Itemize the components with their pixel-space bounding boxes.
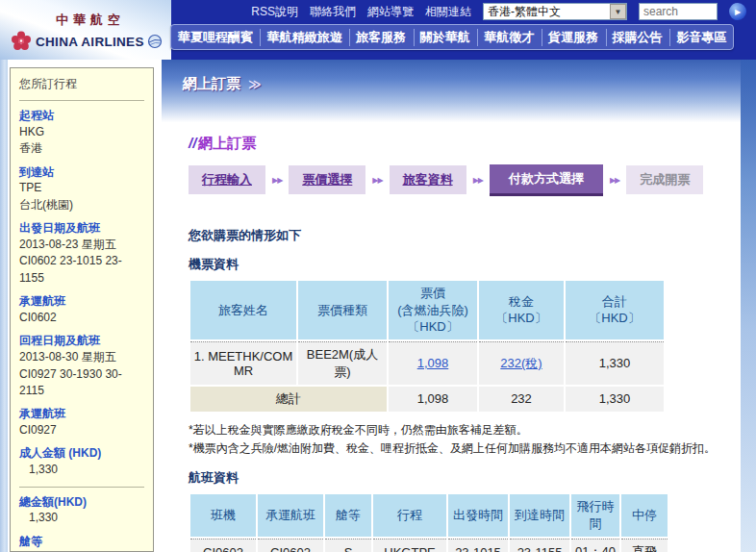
total-amount-label: 總金額(HKD) xyxy=(19,494,144,511)
outbound-label: 出發日期及航班 xyxy=(19,220,144,237)
site-header: RSS說明 聯絡我們 網站導覽 相關連結 香港-繁體中文 ▼ ▶ 中華航空 xyxy=(0,0,756,60)
step-fare-selection[interactable]: 票價選擇 xyxy=(289,165,365,194)
step-passenger-info[interactable]: 旅客資料 xyxy=(390,165,466,194)
intro-text: 您欲購票的情形如下 xyxy=(189,227,735,244)
page-title-text: 網上訂票 xyxy=(198,135,256,151)
col-fare: 票價 (含燃油兵險) 〔HKD〕 xyxy=(389,281,477,339)
main-content: 網上訂票 ≫ //網上訂票 行程輸入 ▶▶ 票價選擇 ▶▶ 旅客資料 ▶▶ 付款… xyxy=(162,60,741,552)
note-no-discount: *機票內含之兵險/燃油附加費、稅金、哩程折抵金、及網上任何加購服務均不適用本網站… xyxy=(189,439,735,458)
outbound-carrier-label: 承運航班 xyxy=(19,293,144,310)
title-slashes-icon: // xyxy=(189,135,196,151)
right-edge-strip xyxy=(741,60,756,552)
step-arrow-icon: ▶▶ xyxy=(272,176,282,185)
origin-code: HKG xyxy=(19,124,144,140)
booking-steps: 行程輸入 ▶▶ 票價選擇 ▶▶ 旅客資料 ▶▶ 付款方式選擇 ▶▶ 完成開票 xyxy=(189,165,735,194)
col-flight: 班機 xyxy=(190,494,256,537)
globe-icon xyxy=(147,34,163,49)
nav-item-careers[interactable]: 華航徵才 xyxy=(477,29,540,46)
adult-amount-label: 成人金額 (HKD) xyxy=(19,445,144,462)
ticket-table: 旅客姓名 票價種類 票價 (含燃油兵險) 〔HKD〕 稅金 〔HKD〕 合計 〔… xyxy=(189,279,666,414)
nav-item-tours[interactable]: 華航精緻旅遊 xyxy=(260,29,347,46)
sidebar-divider-2 xyxy=(19,487,144,488)
section-banner: 網上訂票 ≫ xyxy=(162,60,741,125)
inbound-carrier-value: CI0927 xyxy=(19,422,144,439)
col-total: 合計 〔HKD〕 xyxy=(566,281,664,339)
step-arrow-icon: ▶▶ xyxy=(372,176,382,185)
outbound-carrier-value: CI0602 xyxy=(19,310,144,326)
step-arrow-icon: ▶▶ xyxy=(473,176,483,185)
outbound-flight: CI0602 23-1015 23-1155 xyxy=(19,253,144,287)
flight-row-outbound: CI0602 CI0602 S HKGTPE 23-1015 23-1155 0… xyxy=(190,539,668,552)
inbound-date: 2013-08-30 星期五 xyxy=(19,349,144,365)
inbound-flight: CI0927 30-1930 30-2115 xyxy=(19,366,144,400)
page: RSS說明 聯絡我們 網站導覽 相關連結 香港-繁體中文 ▼ ▶ 中華航空 xyxy=(0,0,756,552)
ticket-section-title: 機票資料 xyxy=(189,256,735,273)
toplink-rss[interactable]: RSS說明 xyxy=(251,4,298,20)
page-title: //網上訂票 xyxy=(189,135,735,152)
ticket-total-row: 總計 1,098 232 1,330 xyxy=(190,387,664,412)
banner-title-text: 網上訂票 xyxy=(183,75,240,93)
sidebar-title: 您所訂行程 xyxy=(19,76,144,92)
toplink-contact[interactable]: 聯絡我們 xyxy=(310,4,356,20)
total-tax-cell: 232 xyxy=(479,387,564,412)
main-navigation: 華夏哩程酬賓 華航精緻旅遊 旅客服務 關於華航 華航徵才 貨運服務 採購公告 影… xyxy=(170,24,734,50)
col-tax: 稅金 〔HKD〕 xyxy=(479,281,564,339)
china-airlines-logo[interactable]: 中華航空 CHINA AIRLINES xyxy=(10,12,163,53)
sidebar-divider xyxy=(19,100,144,101)
destination-name: 台北(桃園) xyxy=(19,197,144,213)
step-payment-current: 付款方式選擇 xyxy=(490,164,603,196)
arrow-right-icon: ▶ xyxy=(735,8,741,16)
search-input[interactable] xyxy=(639,3,718,20)
col-departure-time: 出發時間 xyxy=(448,494,508,537)
row-total-cell: 1,330 xyxy=(566,341,664,385)
passenger-name-cell: 1. MEETHK/COM MR xyxy=(190,341,296,385)
chevron-down-icon[interactable]: ▼ xyxy=(610,4,626,19)
nav-item-media[interactable]: 影音專區 xyxy=(669,29,732,46)
tax-detail-link[interactable]: 232(稅) xyxy=(500,356,542,370)
arrival-time-cell: 23-1155 xyxy=(510,539,569,552)
toplink-related[interactable]: 相關連結 xyxy=(425,4,471,20)
operating-flight-cell: CI0602 xyxy=(258,539,323,552)
col-fare-type: 票價種類 xyxy=(298,281,387,339)
origin-name: 香港 xyxy=(19,140,144,157)
col-passenger-name: 旅客姓名 xyxy=(190,281,296,339)
toplink-sitemap[interactable]: 網站導覽 xyxy=(367,4,414,20)
step-fare-selection-link[interactable]: 票價選擇 xyxy=(302,172,352,187)
logo-area: 中華航空 CHINA AIRLINES xyxy=(0,0,171,60)
search-go-button[interactable]: ▶ xyxy=(729,3,746,20)
destination-label: 到達站 xyxy=(19,164,144,181)
total-label-cell: 總計 xyxy=(190,387,387,412)
tax-cell: 232(稅) xyxy=(479,341,564,385)
col-cabin-class: 艙等 xyxy=(325,494,371,537)
double-chevron-icon: ≫ xyxy=(248,77,262,91)
fare-cell: 1,098 xyxy=(389,341,477,385)
logo-chinese-text: 中華航空 xyxy=(56,12,163,29)
nav-item-procurement[interactable]: 採購公告 xyxy=(606,29,668,46)
nav-item-dynasty-miles[interactable]: 華夏哩程酬賓 xyxy=(172,29,259,46)
col-operating-flight: 承運航班 xyxy=(258,494,323,537)
language-selected-value: 香港-繁體中文 xyxy=(484,4,610,20)
cabin-class-cell: S xyxy=(325,539,371,552)
stopover-cell: 直飛 xyxy=(621,539,668,552)
flight-number-cell: CI0602 xyxy=(190,539,256,552)
ticket-row: 1. MEETHK/COM MR BEE2M(成人票) 1,098 232(稅)… xyxy=(190,341,664,385)
duration-cell: 01：40 xyxy=(571,539,619,552)
fare-type-cell: BEE2M(成人票) xyxy=(298,341,387,385)
total-amount-value: 1,330 xyxy=(19,510,144,526)
inbound-carrier-label: 承運航班 xyxy=(19,406,144,422)
language-selector[interactable]: 香港-繁體中文 ▼ xyxy=(483,3,627,20)
adult-amount-value: 1,330 xyxy=(19,462,144,478)
step-itinerary-link[interactable]: 行程輸入 xyxy=(202,172,252,187)
step-itinerary[interactable]: 行程輸入 xyxy=(189,165,265,194)
step-passenger-info-link[interactable]: 旅客資料 xyxy=(403,172,453,187)
route-cell: HKGTPE xyxy=(373,539,446,552)
flight-table: 班機 承運航班 艙等 行程 出發時間 到達時間 飛行時間 中停 CI0602 C… xyxy=(189,492,669,552)
nav-item-about[interactable]: 關於華航 xyxy=(414,29,476,46)
nav-item-cargo[interactable]: 貨運服務 xyxy=(542,29,604,46)
step-arrow-icon: ▶▶ xyxy=(610,176,619,185)
fare-detail-link[interactable]: 1,098 xyxy=(417,356,449,370)
nav-item-passenger-service[interactable]: 旅客服務 xyxy=(349,29,412,46)
cabin-label: 艙等 xyxy=(19,534,144,550)
step-ticket-complete: 完成開票 xyxy=(626,165,703,194)
destination-code: TPE xyxy=(19,180,144,196)
